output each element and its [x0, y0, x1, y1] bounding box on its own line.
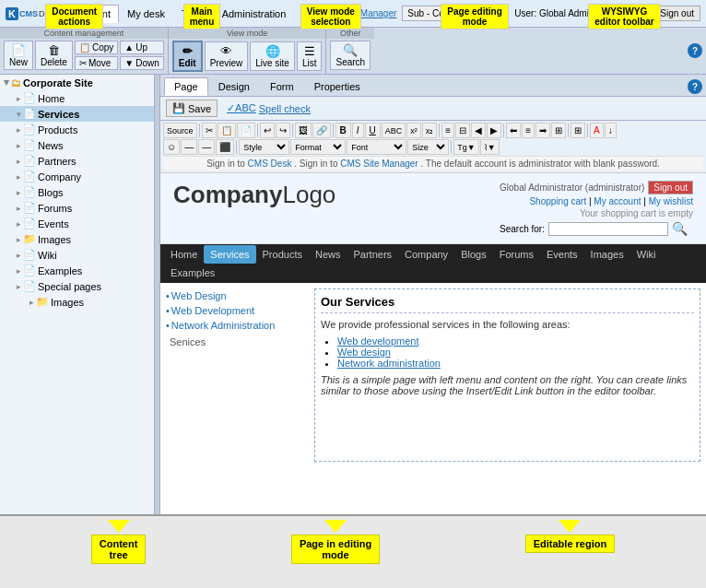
- tree-item-home[interactable]: ▸ 📄 Home: [0, 90, 154, 106]
- down-button[interactable]: ▼Down: [120, 56, 163, 70]
- tab-design[interactable]: Design: [208, 77, 260, 96]
- w-cut-btn[interactable]: ✂: [202, 123, 217, 138]
- copy-button[interactable]: 📋Copy: [75, 41, 118, 54]
- login-cms-desk-link[interactable]: CMS Desk: [248, 159, 292, 169]
- tree-item-images[interactable]: ▸ 📁 Images: [0, 231, 154, 247]
- nav-examples[interactable]: Examples: [164, 264, 221, 282]
- nav-partners[interactable]: Partners: [347, 245, 398, 264]
- nav-company[interactable]: Company: [398, 245, 454, 264]
- page-signout-button[interactable]: Sign out: [648, 181, 693, 194]
- w-bg-color-btn[interactable]: ⌇▼: [480, 139, 500, 155]
- services-left-webdev[interactable]: • Web Development: [166, 303, 309, 318]
- login-cms-site-manager-link[interactable]: CMS Site Manager: [340, 159, 418, 169]
- nav-images[interactable]: Images: [584, 245, 630, 264]
- tab-form[interactable]: Form: [260, 77, 304, 96]
- save-button[interactable]: 💾 Save: [166, 100, 218, 117]
- tab-administration[interactable]: Administration: [214, 5, 295, 23]
- my-account-link[interactable]: My account: [594, 196, 641, 206]
- services-link-webdesign[interactable]: Web design: [337, 347, 391, 358]
- tab-page[interactable]: Page: [164, 77, 208, 96]
- tree-root[interactable]: ▾ 🗂 Corporate Site: [0, 75, 154, 90]
- tree-item-news[interactable]: ▸ 📄 News: [0, 137, 154, 153]
- w-underline-btn[interactable]: U: [365, 123, 381, 138]
- w-ol-btn[interactable]: ≡: [441, 123, 454, 138]
- w-ul-btn[interactable]: ⊟: [455, 123, 470, 138]
- edit-button[interactable]: ✏ Edit: [172, 41, 203, 72]
- switch-to-site-manager[interactable]: Switch to Site Manager: [302, 8, 397, 18]
- w-img-btn[interactable]: 🖼: [295, 123, 312, 138]
- search-input[interactable]: [548, 222, 668, 236]
- size-select[interactable]: Size: [407, 139, 449, 155]
- w-table-btn[interactable]: ⊞: [571, 123, 585, 138]
- tab-mydesk[interactable]: My desk: [119, 5, 173, 23]
- w-link-btn[interactable]: 🔗: [312, 123, 331, 138]
- spell-check-button[interactable]: ✓ABC Spell check: [227, 102, 311, 114]
- w-align-center-btn[interactable]: ≡: [522, 123, 535, 138]
- nav-services[interactable]: Services: [204, 245, 255, 264]
- list-button[interactable]: ☰ List: [297, 41, 323, 71]
- w-bgcolor-btn[interactable]: ⬛: [216, 139, 234, 155]
- preview-button[interactable]: 👁 Preview: [205, 41, 249, 71]
- search-button[interactable]: 🔍 Search: [330, 41, 371, 70]
- nav-events[interactable]: Events: [540, 245, 584, 264]
- w-fg-color-btn[interactable]: Tg▼: [453, 139, 478, 155]
- nav-home[interactable]: Home: [164, 245, 204, 264]
- w-indent-btn[interactable]: ◀: [471, 123, 486, 138]
- help-button[interactable]: ?: [688, 79, 702, 94]
- search-submit-icon[interactable]: 🔍: [672, 221, 688, 236]
- tree-item-partners[interactable]: ▸ 📄 Partners: [0, 153, 154, 169]
- w-strikethrough-btn[interactable]: ABC: [382, 123, 406, 138]
- livesite-button[interactable]: 🌐 Live site: [250, 41, 295, 71]
- tree-item-services[interactable]: ▾ 📄 Services: [0, 106, 154, 122]
- services-link-webdev[interactable]: Web development: [337, 335, 418, 347]
- format-select[interactable]: Format: [290, 139, 346, 155]
- move-button[interactable]: ✂Move: [75, 56, 118, 70]
- nav-forums[interactable]: Forums: [493, 245, 540, 264]
- w-sup-btn[interactable]: x²: [406, 123, 421, 138]
- nav-blogs[interactable]: Blogs: [454, 245, 493, 264]
- tree-item-events[interactable]: ▸ 📄 Events: [0, 216, 154, 231]
- services-left-networkadmin[interactable]: • Network Administration: [166, 318, 309, 333]
- tab-properties[interactable]: Properties: [304, 77, 371, 96]
- tree-item-products[interactable]: ▸ 📄 Products: [0, 122, 154, 137]
- shopping-cart-link[interactable]: Shopping cart: [529, 196, 586, 206]
- nav-products[interactable]: Products: [256, 245, 309, 264]
- up-button[interactable]: ▲Up: [120, 41, 163, 54]
- tree-item-images-sub[interactable]: ▸ 📁 Images: [0, 294, 154, 310]
- w-outdent-btn[interactable]: ▶: [487, 123, 501, 138]
- tree-item-forums[interactable]: ▸ 📄 Forums: [0, 200, 154, 216]
- editable-region[interactable]: Our Services We provide professional ser…: [314, 288, 700, 462]
- w-align-justify-btn[interactable]: ⊞: [551, 123, 566, 138]
- w-hline-btn[interactable]: —: [198, 139, 215, 155]
- help-icon[interactable]: ?: [688, 43, 702, 58]
- font-select[interactable]: Font: [347, 139, 406, 155]
- tree-item-examples[interactable]: ▸ 📄 Examples: [0, 263, 154, 278]
- w-bold-btn[interactable]: B: [335, 123, 351, 138]
- tab-tools[interactable]: Tools: [173, 5, 214, 23]
- source-btn[interactable]: Source: [163, 123, 197, 138]
- tree-item-wiki[interactable]: ▸ 📄 Wiki: [0, 247, 154, 263]
- new-button[interactable]: 📄 New: [4, 41, 33, 70]
- tree-item-special-pages[interactable]: ▸ 📄 Special pages: [0, 278, 154, 294]
- w-special-char-btn[interactable]: —: [181, 139, 197, 155]
- w-undo-btn[interactable]: ↩: [260, 123, 275, 138]
- signout-button[interactable]: Sign out: [653, 6, 700, 21]
- w-paste-btn[interactable]: 📄: [237, 123, 255, 138]
- w-align-right-btn[interactable]: ➡: [535, 123, 550, 138]
- delete-button[interactable]: 🗑 Delete: [35, 41, 73, 70]
- w-smiley-btn[interactable]: ☺: [163, 139, 180, 155]
- services-link-network[interactable]: Network administration: [337, 358, 441, 369]
- tab-content[interactable]: Content: [66, 5, 119, 23]
- site-selector[interactable]: Sub - Corporate Site: [402, 6, 509, 21]
- services-left-webdesign[interactable]: • Web Design: [166, 288, 309, 303]
- w-down-btn[interactable]: ↓: [605, 123, 617, 138]
- tree-item-blogs[interactable]: ▸ 📄 Blogs: [0, 184, 154, 200]
- nav-news[interactable]: News: [309, 245, 347, 264]
- w-sub-btn[interactable]: x₂: [422, 123, 438, 138]
- w-copy-btn[interactable]: 📋: [218, 123, 236, 138]
- tree-item-company[interactable]: ▸ 📄 Company: [0, 169, 154, 184]
- style-select[interactable]: Style: [239, 139, 289, 155]
- w-textcolor-btn[interactable]: A: [590, 123, 604, 138]
- w-align-left-btn[interactable]: ⬅: [506, 123, 521, 138]
- w-italic-btn[interactable]: I: [352, 123, 364, 138]
